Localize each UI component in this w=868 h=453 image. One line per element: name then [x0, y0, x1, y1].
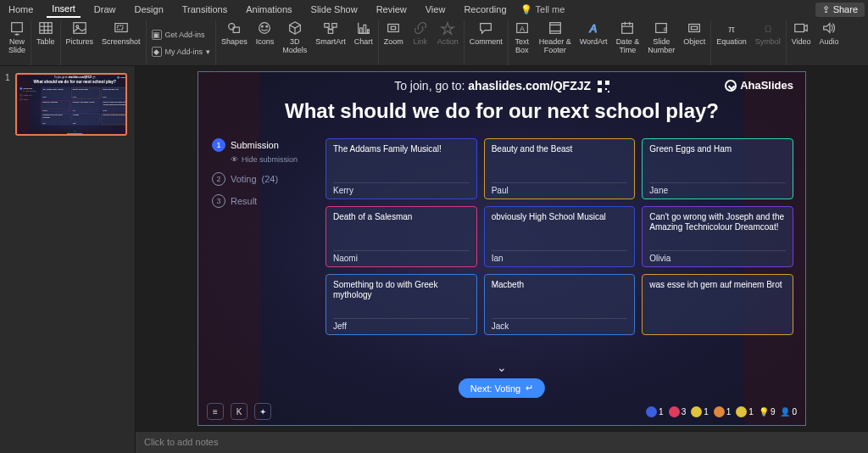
tell-me[interactable]: 💡 Tell me	[520, 4, 565, 15]
slide-thumbnail-1[interactable]: To join, go to: ahaslides.com/QFZJZ AhaS…	[15, 73, 127, 136]
question-title: What should we do for our next school pl…	[17, 80, 127, 84]
tab-transitions[interactable]: Transitions	[177, 2, 232, 17]
equation-label: Equation	[716, 37, 747, 46]
pictures-button[interactable]: Pictures	[66, 20, 94, 46]
submission-card[interactable]: MacbethJack	[71, 113, 100, 125]
zoom-button[interactable]: Zoom	[384, 20, 403, 46]
comment-button[interactable]: Comment	[470, 20, 503, 46]
tab-view[interactable]: View	[420, 2, 451, 17]
step-voting-label: Voting	[231, 174, 257, 184]
tab-animations[interactable]: Animations	[241, 2, 297, 17]
tab-slideshow[interactable]: Slide Show	[306, 2, 363, 17]
tab-draw[interactable]: Draw	[89, 2, 121, 17]
submission-card[interactable]: MacbethJack	[484, 274, 636, 335]
submission-card[interactable]: was esse ich gern auf meinem Brot	[642, 274, 793, 335]
shapes-button[interactable]: Shapes	[221, 20, 248, 46]
step-voting[interactable]: 2Voting (24)	[212, 172, 322, 186]
menu-icon[interactable]: ≡	[207, 403, 224, 420]
submission-author: Kerry	[42, 96, 69, 98]
step-result[interactable]: 3Result	[212, 194, 322, 208]
submission-card[interactable]: Can't go wrong with Joseph and the Amazi…	[642, 206, 793, 267]
next-voting-button[interactable]: Next: Voting ↵	[459, 378, 545, 398]
submission-card[interactable]: Green Eggs and HamJane	[102, 87, 127, 99]
my-addins-button[interactable]: ◆My Add-ins▾	[152, 46, 211, 58]
reaction[interactable]: 1	[736, 406, 754, 417]
symbol-button[interactable]: ΩSymbol	[755, 20, 781, 46]
headerfooter-label: Header & Footer	[539, 37, 571, 54]
action-button[interactable]: Action	[437, 20, 459, 46]
submission-card[interactable]: was esse ich gern auf meinem Brot	[102, 113, 127, 125]
3d-models-button[interactable]: 3D Models	[282, 20, 307, 54]
textbox-button[interactable]: AText Box	[514, 20, 531, 54]
submission-card[interactable]: Beauty and the BeastPaul	[484, 138, 636, 199]
submission-card[interactable]: Something to do with Greek mythologyJeff	[42, 113, 70, 125]
step-submission[interactable]: 1Submission	[212, 138, 322, 152]
slidenum-label: Slide Number	[648, 37, 675, 54]
svg-text:π: π	[728, 23, 735, 34]
submission-text: Macbeth	[492, 280, 628, 290]
step-result[interactable]: 3Result	[19, 98, 41, 101]
wordart-button[interactable]: AWordArt	[580, 20, 608, 46]
step-voting[interactable]: 2Voting (24)	[19, 94, 41, 97]
headerfooter-button[interactable]: Header & Footer	[539, 20, 571, 54]
reaction[interactable]: 3	[669, 406, 687, 417]
reaction[interactable]: 1	[714, 406, 732, 417]
submission-card[interactable]: Something to do with Greek mythologyJeff	[326, 274, 477, 335]
qr-icon	[93, 76, 96, 79]
reaction[interactable]: 1	[646, 406, 664, 417]
submission-card[interactable]: obviously High School MusicalIan	[71, 100, 100, 112]
submission-text: Macbeth	[73, 115, 99, 116]
slidenum-icon: #	[653, 20, 670, 36]
icons-button[interactable]: Icons	[256, 20, 275, 46]
submission-card[interactable]: Green Eggs and HamJane	[642, 138, 793, 199]
submission-text: The Addams Family Musical!	[333, 144, 470, 154]
tab-recording[interactable]: Recording	[459, 2, 511, 17]
table-button[interactable]: Table	[36, 20, 55, 46]
slide-content[interactable]: To join, go to: ahaslides.com/QFZJZ AhaS…	[17, 75, 127, 136]
reaction[interactable]: 1	[691, 406, 709, 417]
object-button[interactable]: Object	[683, 20, 705, 46]
equation-button[interactable]: πEquation	[716, 20, 747, 46]
chevron-down-icon[interactable]: ⌄	[74, 130, 75, 132]
audio-icon	[821, 20, 837, 36]
svg-rect-3	[40, 23, 52, 34]
keyboard-icon[interactable]: K	[231, 403, 248, 420]
confetti-icon[interactable]: ✦	[254, 403, 271, 420]
tab-design[interactable]: Design	[130, 2, 169, 17]
submission-card[interactable]: Death of a SalesmanNaomi	[42, 100, 70, 112]
get-addins-button[interactable]: ▣Get Add-ins	[152, 29, 211, 41]
slidenum-button[interactable]: #Slide Number	[648, 20, 675, 54]
submission-card[interactable]: The Addams Family Musical!Kerry	[42, 87, 70, 99]
tab-review[interactable]: Review	[371, 2, 412, 17]
3d-models-label: 3D Models	[282, 37, 307, 54]
step-submission[interactable]: 1Submission	[19, 87, 41, 90]
audio-button[interactable]: Audio	[820, 20, 839, 46]
step-submission-label: Submission	[231, 140, 279, 150]
share-button[interactable]: ⇪ Share	[815, 3, 865, 17]
hide-submission-button[interactable]: 👁Hide submission	[231, 155, 322, 164]
slide-content[interactable]: To join, go to: ahaslides.com/QFZJZ AhaS…	[198, 71, 806, 426]
hide-submission-button[interactable]: 👁Hide submission	[23, 91, 41, 92]
equation-icon: π	[723, 20, 740, 36]
submission-card[interactable]: Beauty and the BeastPaul	[71, 87, 100, 99]
tab-insert[interactable]: Insert	[47, 1, 81, 18]
submission-card[interactable]: Death of a SalesmanNaomi	[326, 206, 477, 267]
notes-field[interactable]: Click to add notes	[136, 431, 868, 453]
next-voting-label: Next: Voting	[470, 383, 520, 394]
svg-rect-21	[328, 30, 332, 34]
submission-card[interactable]: Can't go wrong with Joseph and the Amazi…	[102, 100, 127, 112]
chart-button[interactable]: Chart	[354, 20, 373, 46]
smartart-button[interactable]: SmartArt	[315, 20, 346, 46]
chevron-down-icon[interactable]: ⌄	[497, 361, 507, 374]
next-voting-button[interactable]: Next: Voting ↵	[66, 133, 82, 136]
tab-home[interactable]: Home	[3, 2, 38, 17]
hide-submission-label: Hide submission	[242, 155, 298, 164]
new-slide-button[interactable]: New Slide	[8, 20, 25, 54]
video-button[interactable]: Video	[792, 20, 811, 46]
submission-card[interactable]: obviously High School MusicalIan	[484, 206, 636, 267]
link-button[interactable]: Link	[412, 20, 429, 46]
screenshot-button[interactable]: Screenshot	[102, 20, 141, 46]
object-label: Object	[683, 37, 705, 46]
submission-card[interactable]: The Addams Family Musical!Kerry	[326, 138, 477, 199]
datetime-button[interactable]: Date & Time	[616, 20, 640, 54]
